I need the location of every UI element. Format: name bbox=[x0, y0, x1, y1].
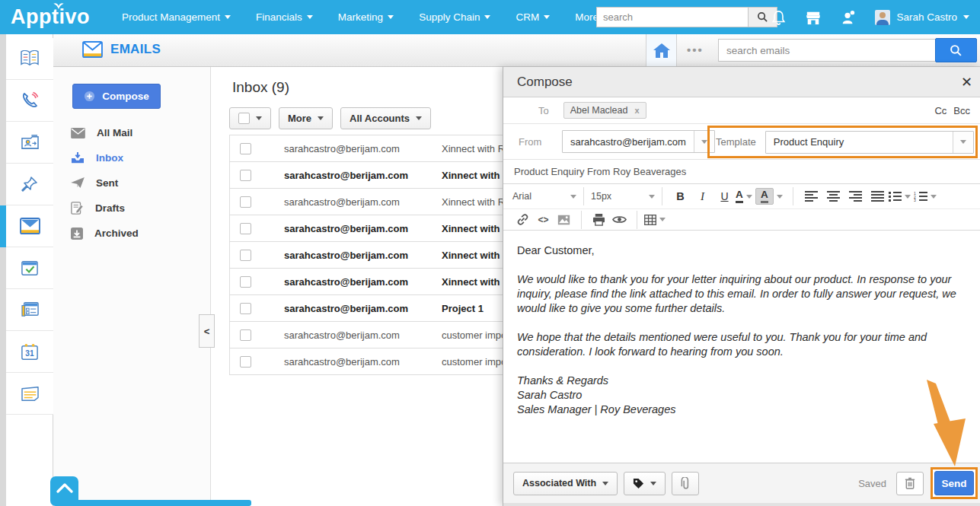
align-justify-button[interactable] bbox=[867, 186, 889, 206]
menu-financials[interactable]: Financials bbox=[256, 11, 313, 23]
delete-draft-button[interactable] bbox=[896, 472, 924, 495]
tags-dropdown[interactable] bbox=[624, 472, 666, 495]
folder-all-mail[interactable]: All Mail bbox=[53, 120, 210, 145]
row-checkbox[interactable] bbox=[240, 276, 251, 288]
preview-eye-icon[interactable] bbox=[609, 211, 630, 229]
font-family-dropdown[interactable]: Arial bbox=[512, 191, 576, 202]
underline-button[interactable]: U bbox=[713, 186, 736, 206]
sidebar-item-calls[interactable] bbox=[6, 80, 53, 122]
template-label: Template bbox=[716, 136, 756, 148]
inbox-tray-icon bbox=[71, 152, 85, 164]
chevron-down-icon[interactable] bbox=[953, 132, 973, 153]
row-checkbox[interactable] bbox=[240, 223, 251, 234]
associated-with-dropdown[interactable]: Associated With bbox=[513, 472, 618, 495]
email-search-button[interactable] bbox=[935, 38, 977, 62]
background-color-button[interactable]: A bbox=[755, 188, 783, 205]
menu-crm[interactable]: CRM bbox=[516, 11, 550, 23]
insert-image-icon[interactable] bbox=[554, 211, 574, 229]
minimized-panel-bar[interactable] bbox=[64, 500, 251, 506]
plus-circle-icon bbox=[84, 91, 95, 102]
align-left-button[interactable] bbox=[800, 186, 822, 206]
envelope-icon bbox=[71, 128, 85, 138]
folder-archived[interactable]: Archived bbox=[53, 221, 210, 246]
sidebar-item-emails[interactable] bbox=[6, 205, 53, 247]
notes-icon bbox=[21, 386, 40, 402]
code-view-icon[interactable]: <> bbox=[533, 211, 554, 229]
row-checkbox[interactable] bbox=[240, 250, 251, 261]
close-icon[interactable]: ✕ bbox=[961, 75, 972, 89]
row-checkbox[interactable] bbox=[240, 196, 251, 208]
row-checkbox[interactable] bbox=[240, 170, 251, 181]
bell-icon[interactable] bbox=[771, 10, 786, 25]
menu-supply-chain[interactable]: Supply Chain bbox=[419, 11, 490, 23]
apptivo-logo[interactable]: Apptivo bbox=[11, 5, 90, 29]
compose-footer: Associated With Saved Send bbox=[503, 463, 980, 503]
more-dropdown[interactable]: More bbox=[279, 107, 333, 129]
global-search-input[interactable] bbox=[596, 7, 749, 27]
select-all-dropdown[interactable] bbox=[229, 107, 271, 129]
from-select[interactable]: sarahcastro@berijam.com bbox=[562, 130, 715, 153]
chevron-down-icon bbox=[544, 15, 550, 19]
chip-remove-icon[interactable]: x bbox=[634, 106, 639, 115]
align-center-button[interactable] bbox=[822, 186, 844, 206]
align-right-button[interactable] bbox=[844, 186, 867, 206]
chevron-down-icon bbox=[963, 15, 969, 19]
row-checkbox[interactable] bbox=[240, 143, 251, 154]
cc-link[interactable]: Cc bbox=[934, 105, 946, 116]
insert-table-button[interactable] bbox=[644, 215, 666, 225]
bcc-link[interactable]: Bcc bbox=[953, 105, 970, 116]
email-sender: sarahcastro@berijam.com bbox=[284, 303, 433, 314]
feedback-person-icon[interactable] bbox=[841, 10, 856, 25]
bold-button[interactable]: B bbox=[669, 186, 691, 206]
sidebar-item-pinned[interactable] bbox=[6, 164, 53, 205]
italic-button[interactable]: I bbox=[691, 186, 713, 206]
navbar-right: Sarah Castro bbox=[771, 0, 969, 34]
search-icon bbox=[950, 44, 962, 57]
accounts-dropdown[interactable]: All Accounts bbox=[340, 107, 431, 129]
numbered-list-button[interactable]: 123 bbox=[914, 191, 937, 202]
menu-product-management[interactable]: Product Management bbox=[122, 11, 231, 23]
user-menu[interactable]: Sarah Castro bbox=[875, 10, 969, 25]
email-sender: sarahcastro@berijam.com bbox=[284, 143, 433, 154]
chevron-down-icon bbox=[659, 218, 666, 221]
email-search bbox=[718, 39, 963, 62]
panel-collapse-handle[interactable]: < bbox=[199, 314, 215, 348]
insert-link-icon[interactable] bbox=[512, 211, 533, 229]
trash-icon bbox=[905, 477, 915, 489]
email-folders-panel: Compose All Mail Inbox Sent Drafts Archi… bbox=[53, 67, 211, 506]
sidebar-item-tasks[interactable] bbox=[6, 247, 53, 289]
sidebar-item-customers[interactable] bbox=[6, 122, 53, 164]
sidebar-item-notebook[interactable] bbox=[6, 38, 53, 80]
template-select[interactable]: Product Enquiry bbox=[765, 131, 974, 154]
row-checkbox[interactable] bbox=[240, 329, 251, 341]
select-all-checkbox[interactable] bbox=[238, 113, 250, 124]
more-options-ellipsis[interactable]: ••• bbox=[687, 43, 704, 56]
font-color-button[interactable]: A bbox=[736, 189, 752, 203]
send-button[interactable]: Send bbox=[934, 471, 974, 495]
chevron-up-icon bbox=[56, 483, 73, 493]
font-size-dropdown[interactable]: 15px bbox=[591, 191, 655, 202]
subject-field[interactable]: Product Enquiry From Roy Beaverages bbox=[503, 160, 980, 184]
row-checkbox[interactable] bbox=[240, 356, 251, 368]
home-button[interactable] bbox=[646, 34, 677, 66]
folder-drafts[interactable]: Drafts bbox=[53, 196, 210, 221]
bullet-list-button[interactable] bbox=[889, 191, 911, 202]
sidebar-item-calendar[interactable]: 31 bbox=[6, 331, 53, 373]
sidebar-item-news[interactable] bbox=[6, 289, 53, 331]
recipient-chip[interactable]: Abel Maclead x bbox=[563, 102, 646, 119]
email-body-editor[interactable]: Dear Customer, We would like to thank yo… bbox=[503, 231, 980, 463]
folder-sent[interactable]: Sent bbox=[53, 170, 210, 196]
chevron-down-icon bbox=[649, 195, 655, 199]
expand-panel-button[interactable] bbox=[50, 476, 78, 506]
template-highlight-box: Template Product Enquiry bbox=[707, 126, 978, 158]
compose-button[interactable]: Compose bbox=[72, 84, 161, 109]
menu-marketing[interactable]: Marketing bbox=[338, 11, 394, 23]
folder-inbox[interactable]: Inbox bbox=[53, 145, 210, 170]
attach-file-button[interactable] bbox=[672, 472, 699, 495]
row-checkbox[interactable] bbox=[240, 303, 251, 314]
print-icon[interactable] bbox=[589, 211, 609, 229]
email-search-input[interactable] bbox=[719, 45, 949, 56]
sidebar-item-notes[interactable] bbox=[6, 373, 53, 415]
store-icon[interactable] bbox=[805, 10, 822, 25]
app-title: EMAILS bbox=[82, 41, 161, 58]
